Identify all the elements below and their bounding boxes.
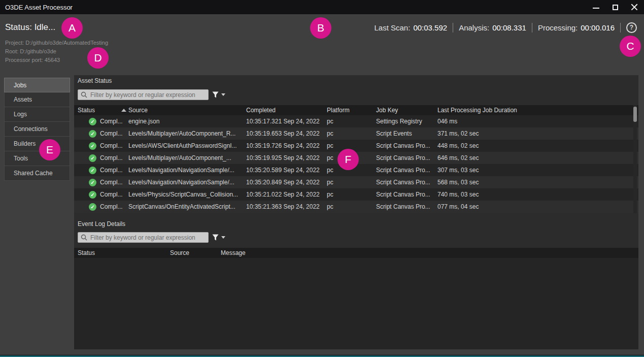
column-label: Status [78, 107, 95, 114]
last-scan-value: 00:03.592 [413, 23, 447, 32]
analysis-label: Analysis: [459, 23, 489, 32]
column-header-status[interactable]: Status [74, 107, 128, 114]
column-header-completed[interactable]: Completed [246, 107, 327, 114]
table-row[interactable]: ✓Compl... engine.json 10:35:17.321 Sep 2… [74, 115, 638, 127]
close-icon [631, 4, 638, 11]
annotation-badge-c: C [620, 36, 641, 57]
sidebar-tab-connections[interactable]: Connections [4, 122, 70, 137]
status-label: Status: Idle... [5, 22, 55, 33]
source-cell: ScriptCanvas/OnEntityActivatedScript... [128, 203, 246, 210]
asset-filter-options-button[interactable] [212, 91, 225, 98]
duration-cell: 046 ms [437, 118, 638, 125]
platform-cell: pc [327, 130, 376, 137]
job-key-cell: Script Events [376, 130, 437, 137]
processing-value: 00:00.016 [581, 23, 615, 32]
duration-cell: 077 ms, 04 sec [437, 203, 638, 210]
timer-divider [532, 23, 532, 33]
completed-cell: 10:35:20.849 Sep 24, 2022 [246, 179, 327, 186]
sort-ascending-icon [121, 109, 126, 112]
column-header-message[interactable]: Message [221, 249, 638, 256]
completed-cell: 10:35:19.726 Sep 24, 2022 [246, 142, 327, 149]
timers-bar: Last Scan:00:03.592 Analysis:00:08.331 P… [375, 22, 637, 33]
status-text: Compl... [100, 130, 123, 137]
sidebar-tab-logs[interactable]: Logs [4, 107, 70, 122]
maximize-icon [613, 5, 618, 10]
sidebar-tab-tools[interactable]: Tools [4, 151, 70, 166]
status-text: Compl... [100, 179, 123, 186]
annotation-badge-d: D [87, 47, 109, 69]
status-success-icon: ✓ [89, 179, 96, 186]
event-log-table-body [74, 258, 638, 349]
scrollbar-thumb[interactable] [633, 107, 637, 122]
table-row[interactable]: ✓Compl... ScriptCanvas/OnEntityActivated… [74, 201, 638, 213]
column-header-source[interactable]: Source [128, 107, 246, 114]
content-panel: Asset Status Status Source Completed Pla… [74, 75, 638, 349]
platform-cell: pc [327, 203, 376, 210]
asset-status-title: Asset Status [78, 77, 112, 84]
tab-label: Tools [14, 155, 28, 162]
duration-cell: 448 ms, 02 sec [437, 142, 638, 149]
status-success-icon: ✓ [89, 167, 96, 174]
source-cell: Levels/Multiplayer/AutoComponent_... [128, 154, 246, 161]
last-scan-timer: Last Scan:00:03.592 [375, 23, 448, 32]
tab-label: Shared Cache [14, 170, 53, 177]
status-success-icon: ✓ [89, 154, 96, 162]
project-path: Project: D:/github/o3de/AutomatedTesting [5, 39, 108, 47]
column-header-status[interactable]: Status [74, 249, 170, 256]
sidebar: Jobs Assets Logs Connections Builders To… [4, 78, 70, 181]
last-scan-label: Last Scan: [375, 23, 411, 32]
table-row[interactable]: ✓Compl... Levels/AWS/ClientAuthPasswordS… [74, 140, 638, 152]
asset-status-filter-bar [78, 89, 225, 100]
timer-divider [620, 23, 621, 33]
minimize-button[interactable] [586, 0, 605, 14]
table-row[interactable]: ✓Compl... Levels/Navigation/NavigationSa… [74, 176, 638, 188]
status-text: Compl... [100, 142, 123, 149]
column-label: Status [78, 249, 95, 256]
platform-cell: pc [327, 179, 376, 186]
job-key-cell: Settings Registry [376, 118, 437, 125]
close-button[interactable] [625, 0, 644, 14]
vertical-scrollbar[interactable] [633, 105, 637, 213]
status-text: Compl... [100, 118, 123, 125]
job-key-cell: Script Canvas Pro... [376, 154, 437, 161]
job-key-cell: Script Canvas Pro... [376, 203, 437, 210]
status-success-icon: ✓ [89, 203, 96, 211]
completed-cell: 10:35:19.925 Sep 24, 2022 [246, 154, 327, 161]
column-header-job-key[interactable]: Job Key [376, 107, 437, 114]
status-text: Compl... [100, 191, 123, 198]
tab-label: Logs [14, 111, 27, 118]
duration-cell: 307 ms, 03 sec [437, 167, 638, 174]
tab-label: Jobs [14, 82, 26, 89]
completed-cell: 10:35:21.022 Sep 24, 2022 [246, 191, 327, 198]
status-success-icon: ✓ [89, 130, 96, 138]
sidebar-tab-assets[interactable]: Assets [4, 92, 70, 107]
status-success-icon: ✓ [89, 118, 96, 125]
help-icon[interactable]: ? [626, 22, 637, 33]
column-header-platform[interactable]: Platform [327, 107, 376, 114]
asset-filter-input[interactable] [78, 89, 209, 100]
column-header-source[interactable]: Source [170, 249, 221, 256]
source-cell: Levels/Multiplayer/AutoComponent_R... [128, 130, 246, 137]
titlebar: O3DE Asset Processor [0, 0, 644, 14]
column-header-duration[interactable]: Last Processing Job Duration [437, 107, 638, 114]
event-log-filter-options-button[interactable] [212, 234, 225, 241]
maximize-button[interactable] [605, 0, 625, 14]
status-text: Compl... [100, 154, 123, 161]
table-row[interactable]: ✓Compl... Levels/Physics/ScriptCanvas_Co… [74, 188, 638, 201]
tab-label: Builders [14, 140, 36, 147]
analysis-timer: Analysis:00:08.331 [459, 23, 526, 32]
filter-funnel-icon [212, 234, 219, 241]
event-log-filter-bar [78, 232, 225, 243]
duration-cell: 568 ms, 03 sec [437, 179, 638, 186]
event-log-filter-input[interactable] [78, 232, 209, 243]
window-bottom-border [0, 355, 644, 357]
job-key-cell: Script Canvas Pro... [376, 179, 437, 186]
sidebar-tab-jobs[interactable]: Jobs [4, 78, 70, 92]
completed-cell: 10:35:17.321 Sep 24, 2022 [246, 118, 327, 125]
annotation-badge-b: B [310, 17, 331, 39]
table-row[interactable]: ✓Compl... Levels/Multiplayer/AutoCompone… [74, 127, 638, 140]
sidebar-tab-shared-cache[interactable]: Shared Cache [4, 166, 70, 181]
asset-table-header: Status Source Completed Platform Job Key… [74, 105, 638, 115]
completed-cell: 10:35:20.589 Sep 24, 2022 [246, 167, 327, 174]
completed-cell: 10:35:19.653 Sep 24, 2022 [246, 130, 327, 137]
